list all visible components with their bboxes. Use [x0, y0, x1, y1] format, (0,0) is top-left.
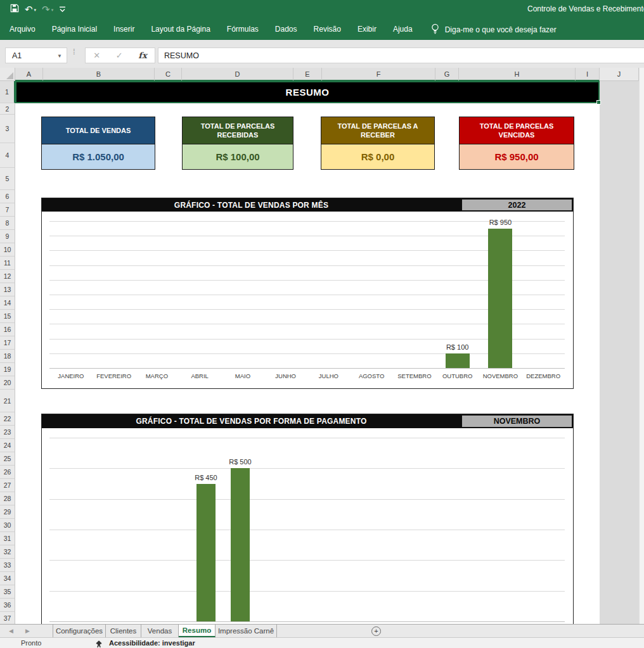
row-header-7[interactable]: 7: [0, 203, 15, 217]
row-header-10[interactable]: 10: [0, 243, 15, 257]
row-header-28[interactable]: 28: [0, 492, 15, 505]
row-header-27[interactable]: 27: [0, 479, 15, 492]
row-header-19[interactable]: 19: [0, 363, 15, 376]
column-header-g[interactable]: G: [435, 68, 459, 81]
row-header-3[interactable]: 3: [0, 115, 15, 143]
selection-fill-handle[interactable]: [596, 100, 601, 105]
name-box-dropdown-icon[interactable]: ▼: [57, 53, 62, 59]
row-header-36[interactable]: 36: [0, 599, 15, 612]
ribbon-tab-revisão[interactable]: Revisão: [306, 19, 349, 40]
undo-button[interactable]: ↶▾: [25, 5, 36, 14]
column-header-h[interactable]: H: [459, 68, 576, 81]
row-header-20[interactable]: 20: [0, 376, 15, 390]
column-header-i[interactable]: I: [576, 68, 600, 81]
column-header-d[interactable]: D: [182, 68, 293, 81]
chart-bar[interactable]: [488, 229, 512, 368]
row-header-1[interactable]: 1: [0, 81, 15, 103]
new-sheet-button[interactable]: +: [371, 626, 381, 636]
summary-card-3[interactable]: TOTAL DE PARCELAS A RECEBERR$ 0,00: [321, 117, 435, 170]
chart-category-label: MARÇO: [135, 372, 178, 379]
row-header-12[interactable]: 12: [0, 270, 15, 283]
row-header-30[interactable]: 30: [0, 519, 15, 532]
formula-bar-splitter[interactable]: ⁞: [73, 47, 75, 56]
enter-icon[interactable]: ✓: [116, 51, 123, 60]
summary-card-2[interactable]: TOTAL DE PARCELAS RECEBIDASR$ 100,00: [182, 117, 293, 170]
redo-dropdown-icon[interactable]: ▾: [51, 8, 54, 12]
row-header-33[interactable]: 33: [0, 559, 15, 572]
accessibility-person-icon[interactable]: [95, 639, 103, 648]
column-header-j[interactable]: J: [600, 68, 639, 81]
chart-vendas-por-forma-pagamento[interactable]: GRÁFICO - TOTAL DE VENDAS POR FORMA DE P…: [41, 414, 574, 625]
row-header-25[interactable]: 25: [0, 452, 15, 466]
ribbon-tab-fórmulas[interactable]: Fórmulas: [219, 19, 267, 40]
cancel-icon[interactable]: ✕: [93, 51, 100, 60]
column-header-b[interactable]: B: [43, 68, 155, 81]
undo-dropdown-icon[interactable]: ▾: [34, 8, 37, 12]
row-header-24[interactable]: 24: [0, 439, 15, 452]
cell-a1-resumo-banner[interactable]: RESUMO: [15, 81, 600, 103]
chart-bar[interactable]: [446, 353, 470, 368]
sheet-tab-configurações[interactable]: Configurações: [53, 625, 106, 637]
ribbon-tab-exibir[interactable]: Exibir: [349, 19, 385, 40]
summary-card-1[interactable]: TOTAL DE VENDASR$ 1.050,00: [41, 117, 155, 170]
insert-function-icon[interactable]: fx: [138, 51, 146, 60]
formula-buttons: ✕ ✓ fx: [85, 48, 155, 63]
name-box[interactable]: A1 ▼: [5, 48, 67, 63]
row-header-34[interactable]: 34: [0, 572, 15, 585]
column-header-e[interactable]: E: [293, 68, 322, 81]
ribbon-tab-arquivo[interactable]: Arquivo: [1, 19, 44, 40]
redo-button[interactable]: ↷▾: [42, 5, 53, 14]
row-header-31[interactable]: 31: [0, 532, 15, 545]
column-header-a[interactable]: A: [15, 68, 43, 81]
select-all-corner[interactable]: [0, 68, 15, 81]
row-header-29[interactable]: 29: [0, 505, 15, 519]
ribbon-tab-ajuda[interactable]: Ajuda: [385, 19, 421, 40]
row-header-11[interactable]: 11: [0, 257, 15, 270]
ribbon-tab-layout-da-página[interactable]: Layout da Página: [143, 19, 218, 40]
chart-bar[interactable]: [196, 484, 216, 621]
row-header-23[interactable]: 23: [0, 426, 15, 439]
row-header-22[interactable]: 22: [0, 412, 15, 426]
chart-bar[interactable]: [231, 468, 250, 621]
row-header-9[interactable]: 9: [0, 230, 15, 243]
row-header-16[interactable]: 16: [0, 323, 15, 336]
sheet-nav-right-icon[interactable]: ▶: [25, 628, 30, 634]
window-title: Controle de Vendas e Recebimento: [527, 4, 644, 13]
sheet-tab-clientes[interactable]: Clientes: [106, 625, 141, 637]
row-header-26[interactable]: 26: [0, 466, 15, 479]
sheet-tab-impressão-carnê[interactable]: Impressão Carnê: [216, 625, 277, 637]
row-header-18[interactable]: 18: [0, 350, 15, 363]
row-header-32[interactable]: 32: [0, 545, 15, 559]
vertical-scrollbar[interactable]: [639, 68, 644, 637]
row-header-4[interactable]: 4: [0, 143, 15, 168]
sheet-tab-resumo[interactable]: Resumo: [179, 625, 216, 637]
row-header-2[interactable]: 2: [0, 103, 15, 115]
customize-toolbar-icon[interactable]: [59, 4, 66, 15]
chart-category-label: SETEMBRO: [393, 372, 436, 379]
save-icon[interactable]: [10, 4, 19, 15]
chart-vendas-por-mes[interactable]: GRÁFICO - TOTAL DE VENDAS POR MÊS2022R$ …: [41, 198, 574, 389]
column-header-f[interactable]: F: [322, 68, 435, 81]
sheet-tab-vendas[interactable]: Vendas: [141, 625, 179, 637]
chart-category-label: AGOSTO: [350, 372, 393, 379]
row-header-6[interactable]: 6: [0, 190, 15, 203]
accessibility-status[interactable]: Acessibilidade: investigar: [109, 639, 195, 647]
row-header-8[interactable]: 8: [0, 217, 15, 230]
ribbon-tab-dados[interactable]: Dados: [267, 19, 306, 40]
row-header-15[interactable]: 15: [0, 310, 15, 323]
summary-card-4[interactable]: TOTAL DE PARCELAS VENCIDASR$ 950,00: [459, 117, 574, 170]
sheet-nav-left-icon[interactable]: ◀: [9, 628, 13, 634]
row-header-14[interactable]: 14: [0, 296, 15, 310]
tell-me-box[interactable]: Diga-me o que você deseja fazer: [431, 23, 557, 36]
column-header-c[interactable]: C: [155, 68, 182, 81]
row-header-13[interactable]: 13: [0, 283, 15, 296]
formula-input[interactable]: RESUMO: [158, 48, 644, 63]
ribbon-tab-inserir[interactable]: Inserir: [105, 19, 143, 40]
row-header-37[interactable]: 37: [0, 612, 15, 625]
row-header-17[interactable]: 17: [0, 336, 15, 350]
row-header-21[interactable]: 21: [0, 390, 15, 412]
summary-card-value: R$ 950,00: [460, 144, 574, 169]
ribbon-tab-página-inicial[interactable]: Página Inicial: [44, 19, 105, 40]
row-header-5[interactable]: 5: [0, 168, 15, 190]
row-header-35[interactable]: 35: [0, 585, 15, 599]
